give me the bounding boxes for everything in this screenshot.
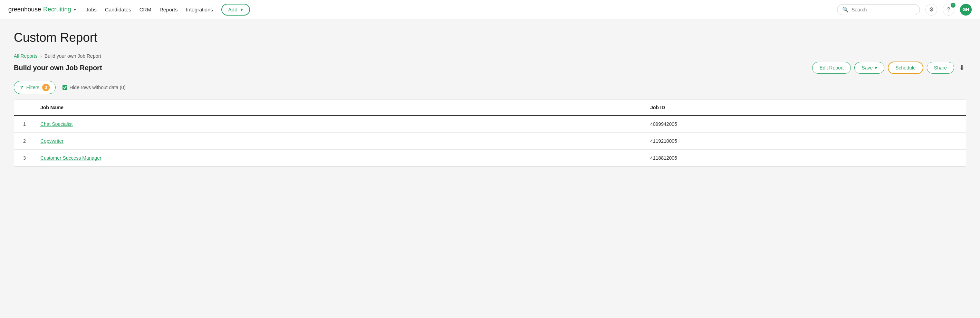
filters-label: Filters	[26, 85, 39, 90]
filter-count-badge: 3	[42, 84, 50, 91]
brand-chevron-icon: ▾	[74, 7, 76, 12]
help-badge: 1	[951, 3, 956, 8]
filters-row: ⧩ Filters 3 Hide rows without data (0)	[14, 81, 966, 94]
hide-rows-label[interactable]: Hide rows without data (0)	[62, 85, 126, 90]
report-title: Build your own Job Report	[14, 64, 102, 72]
search-icon: 🔍	[842, 6, 849, 13]
help-icon: ?	[947, 6, 950, 13]
save-label: Save	[862, 65, 873, 70]
schedule-button[interactable]: Schedule	[888, 62, 923, 74]
brand-recruiting-text: Recruiting	[43, 6, 71, 13]
row-num: 2	[14, 133, 35, 150]
hide-rows-checkbox[interactable]	[62, 85, 67, 90]
avatar[interactable]: GH	[960, 4, 972, 16]
search-box[interactable]: 🔍	[837, 4, 920, 15]
nav-candidates[interactable]: Candidates	[105, 6, 131, 13]
job-name-link[interactable]: Copywriter	[40, 138, 64, 144]
nav-crm[interactable]: CRM	[140, 6, 151, 13]
add-chevron-icon: ▾	[240, 6, 243, 13]
edit-report-label: Edit Report	[819, 65, 843, 70]
table-row: 2 Copywriter 4119210005	[14, 133, 966, 150]
share-label: Share	[934, 65, 947, 70]
row-job-id: 4118812005	[645, 150, 966, 166]
breadcrumb: All Reports › Build your own Job Report	[14, 53, 966, 59]
row-job-name: Customer Success Manager	[35, 150, 645, 166]
nav-reports[interactable]: Reports	[159, 6, 178, 13]
edit-report-button[interactable]: Edit Report	[812, 62, 851, 74]
page-title: Custom Report	[14, 30, 966, 45]
table-wrapper: Job Name Job ID 1 Chat Specialist 409994…	[14, 99, 966, 166]
nav-integrations[interactable]: Integrations	[186, 6, 213, 13]
settings-button[interactable]: ⚙	[926, 4, 937, 16]
save-chevron-icon: ▾	[875, 65, 877, 70]
search-input[interactable]	[851, 7, 915, 13]
col-num	[14, 100, 35, 115]
row-job-name: Copywriter	[35, 133, 645, 150]
help-button[interactable]: ? 1	[943, 4, 955, 16]
row-job-name: Chat Specialist	[35, 115, 645, 133]
download-button[interactable]: ⬇	[958, 62, 966, 73]
job-name-link[interactable]: Chat Specialist	[40, 121, 73, 127]
save-button[interactable]: Save ▾	[854, 62, 885, 74]
breadcrumb-all-reports[interactable]: All Reports	[14, 53, 37, 59]
row-num: 3	[14, 150, 35, 166]
download-icon: ⬇	[959, 64, 965, 72]
breadcrumb-current: Build your own Job Report	[45, 53, 101, 59]
row-num: 1	[14, 115, 35, 133]
avatar-initials: GH	[963, 7, 969, 12]
share-button[interactable]: Share	[927, 62, 954, 74]
report-table: Job Name Job ID 1 Chat Specialist 409994…	[14, 100, 966, 166]
nav-right: 🔍 ⚙ ? 1 GH	[837, 4, 972, 16]
brand-logo[interactable]: greenhouse Recruiting ▾	[8, 6, 76, 13]
table-row: 1 Chat Specialist 4099942005	[14, 115, 966, 133]
add-button[interactable]: Add ▾	[221, 4, 250, 16]
nav-links: Jobs Candidates CRM Reports Integrations…	[86, 4, 827, 16]
schedule-label: Schedule	[896, 65, 915, 70]
main-content: Custom Report All Reports › Build your o…	[0, 19, 980, 318]
col-job-name: Job Name	[35, 100, 645, 115]
job-name-link[interactable]: Customer Success Manager	[40, 155, 102, 161]
report-header: Build your own Job Report Edit Report Sa…	[14, 62, 966, 74]
add-label: Add	[228, 6, 237, 13]
brand-greenhouse-text: greenhouse	[8, 6, 41, 13]
table-header-row: Job Name Job ID	[14, 100, 966, 115]
settings-icon: ⚙	[929, 6, 934, 13]
breadcrumb-separator: ›	[40, 54, 41, 59]
hide-rows-text: Hide rows without data (0)	[69, 85, 126, 90]
report-actions: Edit Report Save ▾ Schedule Share ⬇	[812, 62, 966, 74]
filter-icon: ⧩	[20, 85, 24, 90]
row-job-id: 4119210005	[645, 133, 966, 150]
filters-button[interactable]: ⧩ Filters 3	[14, 81, 56, 94]
nav-jobs[interactable]: Jobs	[86, 6, 97, 13]
row-job-id: 4099942005	[645, 115, 966, 133]
table-row: 3 Customer Success Manager 4118812005	[14, 150, 966, 166]
col-job-id: Job ID	[645, 100, 966, 115]
navbar: greenhouse Recruiting ▾ Jobs Candidates …	[0, 0, 980, 19]
